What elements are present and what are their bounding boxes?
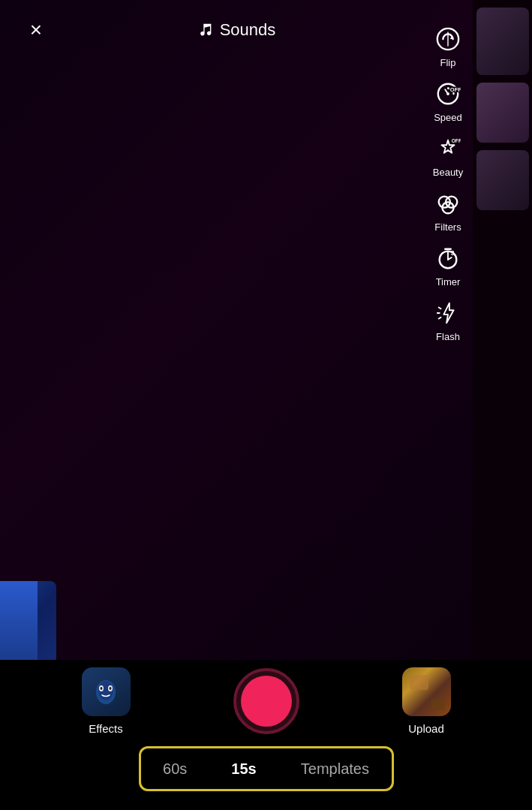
left-side-thumbnail [0, 581, 56, 664]
upload-thumbnail [402, 667, 451, 716]
music-note-icon [197, 22, 214, 38]
speed-label: Speed [434, 112, 462, 123]
timer-label: Timer [436, 276, 461, 288]
camera-viewfinder [0, 0, 473, 736]
sounds-button[interactable]: Sounds [197, 20, 276, 40]
speed-button[interactable]: OFF Speed [431, 77, 464, 123]
beauty-label: Beauty [433, 167, 463, 178]
filters-button[interactable]: Filters [431, 187, 464, 233]
sounds-label: Sounds [220, 20, 276, 40]
effects-icon [82, 667, 131, 716]
flash-label: Flash [436, 331, 460, 342]
duration-tabs: 60s 15s Templates [139, 746, 394, 791]
svg-line-19 [439, 318, 441, 319]
svg-text:3: 3 [451, 249, 455, 257]
side-thumbnail-3 [476, 150, 529, 210]
effects-label: Effects [89, 722, 123, 735]
upload-label: Upload [408, 722, 444, 735]
flip-icon [431, 23, 464, 56]
filters-icon [431, 187, 464, 220]
tab-templates[interactable]: Templates [286, 754, 384, 784]
upload-button[interactable]: Upload [402, 667, 451, 735]
bottom-controls: Effects Upload [0, 660, 532, 742]
record-button[interactable] [233, 668, 299, 734]
flash-button[interactable]: Flash [431, 297, 464, 342]
thumbnail-accent [0, 581, 38, 664]
filters-label: Filters [434, 221, 461, 233]
svg-point-4 [446, 92, 449, 95]
tab-60s[interactable]: 60s [148, 754, 202, 784]
beauty-button[interactable]: OFF Beauty [431, 132, 464, 178]
beauty-icon: OFF [431, 132, 464, 165]
flash-icon [431, 297, 464, 330]
record-inner-circle [241, 676, 292, 727]
right-toolbar: Flip OFF Speed OFF Beauty [431, 23, 464, 348]
svg-point-24 [101, 687, 103, 690]
effects-button[interactable]: Effects [82, 667, 131, 735]
side-strip [473, 0, 532, 736]
speed-icon: OFF [431, 77, 464, 110]
side-thumbnail-2 [476, 83, 529, 143]
svg-text:OFF: OFF [452, 138, 461, 143]
svg-line-17 [439, 307, 441, 309]
close-button[interactable]: × [23, 17, 50, 44]
bottom-area: Effects Upload 60s 15s Templates [0, 660, 532, 810]
side-thumbnail-1 [476, 8, 529, 75]
flip-button[interactable]: Flip [431, 23, 464, 68]
top-bar: × Sounds [0, 0, 473, 60]
upload-icon [402, 667, 451, 716]
effects-mask-svg [91, 677, 121, 707]
tab-15s[interactable]: 15s [216, 754, 271, 784]
svg-point-25 [110, 687, 112, 690]
svg-text:OFF: OFF [450, 86, 461, 93]
close-icon: × [30, 20, 42, 41]
timer-button[interactable]: 3 Timer [431, 242, 464, 288]
flip-label: Flip [440, 57, 456, 68]
timer-icon: 3 [431, 242, 464, 275]
